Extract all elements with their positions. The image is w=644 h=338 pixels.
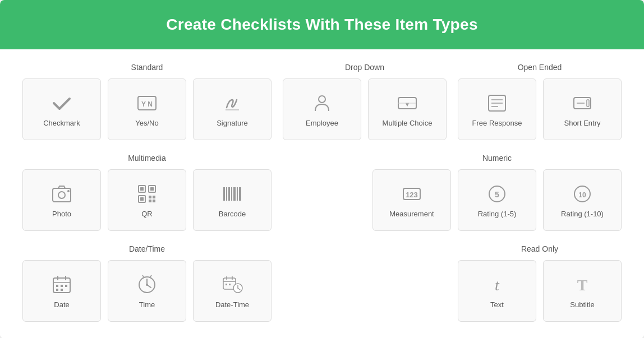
header: Create Checklists With These Item Types (0, 0, 644, 49)
text-icon: t (486, 274, 508, 296)
svg-rect-33 (239, 187, 241, 201)
svg-rect-20 (150, 187, 154, 191)
svg-text:▼: ▼ (404, 101, 411, 108)
section-datetime: Date/Time (22, 244, 272, 322)
svg-text:Y N: Y N (141, 100, 153, 108)
svg-rect-31 (233, 187, 236, 201)
item-checkmark-label: Checkmark (43, 119, 80, 127)
item-time-label: Time (139, 300, 155, 309)
svg-point-3 (319, 96, 325, 103)
subtitle-icon: T (571, 274, 594, 296)
freeresponse-icon (486, 92, 508, 114)
rating5-icon: 5 (486, 183, 508, 205)
svg-point-52 (146, 284, 148, 286)
item-yesno[interactable]: Y N Yes/No (108, 78, 186, 140)
item-qr[interactable]: QR (108, 169, 186, 231)
item-text[interactable]: t Text (458, 260, 536, 322)
item-employee-label: Employee (306, 119, 338, 127)
svg-rect-45 (61, 285, 63, 287)
svg-rect-22 (140, 197, 144, 201)
svg-rect-62 (226, 284, 227, 285)
svg-line-53 (142, 275, 144, 277)
datetime-items-row: Date Time (22, 260, 272, 322)
item-checkmark[interactable]: Checkmark (22, 78, 101, 140)
svg-rect-28 (226, 187, 227, 201)
svg-rect-24 (153, 196, 155, 198)
section-numeric-label: Numeric (482, 154, 512, 163)
item-signature[interactable]: Signature (193, 78, 272, 140)
item-measurement[interactable]: 123 Measurement (372, 169, 451, 231)
section-standard-label: Standard (131, 63, 163, 72)
item-date[interactable]: Date (22, 260, 101, 322)
item-subtitle-label: Subtitle (570, 300, 594, 309)
svg-rect-30 (231, 187, 232, 201)
item-photo-label: Photo (52, 210, 71, 218)
item-shortentry[interactable]: Short Entry (543, 78, 622, 140)
readonly-items-row: t Text T Subtitle (458, 260, 622, 322)
svg-rect-32 (237, 187, 238, 201)
barcode-icon (221, 183, 243, 205)
section-openended: Open Ended Free Response (458, 63, 622, 140)
page-wrapper: Create Checklists With These Item Types … (0, 0, 644, 338)
numeric-items-row: 123 Measurement 5 Rating (1-5) (372, 169, 622, 231)
item-multiplechoice[interactable]: ▼ Multiple Choice (368, 78, 447, 140)
item-photo[interactable]: Photo (22, 169, 101, 231)
item-multiplechoice-label: Multiple Choice (383, 119, 433, 127)
item-subtitle[interactable]: T Subtitle (543, 260, 622, 322)
svg-text:T: T (577, 276, 588, 294)
multimedia-items-row: Photo (22, 169, 272, 231)
section-dropdown: Drop Down Employee ▼ (283, 63, 447, 140)
svg-rect-47 (56, 289, 58, 291)
section-openended-label: Open Ended (518, 63, 562, 72)
svg-text:5: 5 (495, 190, 499, 199)
item-measurement-label: Measurement (389, 210, 434, 218)
time-icon (136, 274, 158, 296)
rating10-icon: 10 (571, 183, 594, 205)
signature-icon (221, 92, 243, 114)
item-date-label: Date (54, 300, 69, 309)
svg-point-15 (58, 192, 65, 198)
section-readonly-label: Read Only (521, 244, 558, 253)
item-freeresponse[interactable]: Free Response (458, 78, 536, 140)
section-multimedia: Multimedia Photo (22, 154, 272, 231)
svg-rect-63 (229, 284, 231, 285)
section-dropdown-label: Drop Down (345, 63, 384, 72)
item-datetime-label: Date-Time (215, 300, 249, 309)
svg-rect-23 (149, 196, 151, 198)
svg-rect-18 (140, 187, 144, 191)
checkmark-icon (50, 92, 73, 114)
svg-rect-13 (587, 100, 589, 107)
item-employee[interactable]: Employee (283, 78, 361, 140)
photo-icon (50, 183, 73, 205)
svg-line-54 (150, 275, 151, 277)
svg-rect-46 (65, 285, 67, 287)
item-shortentry-label: Short Entry (564, 119, 600, 127)
section-readonly: Read Only t Text T Subtitle (458, 244, 622, 322)
content: Standard Checkmark Y N Yes/No (0, 49, 644, 338)
item-rating5-label: Rating (1-5) (478, 210, 517, 218)
item-rating10-label: Rating (1-10) (561, 210, 604, 218)
item-yesno-label: Yes/No (135, 119, 158, 127)
qr-icon (136, 183, 158, 205)
item-freeresponse-label: Free Response (472, 119, 522, 127)
section-numeric: Numeric 123 Measurement 5 (372, 154, 622, 231)
item-barcode-label: Barcode (219, 210, 246, 218)
item-signature-label: Signature (217, 119, 248, 127)
svg-rect-29 (228, 187, 230, 201)
yesno-icon: Y N (136, 92, 158, 114)
standard-items-row: Checkmark Y N Yes/No (22, 78, 272, 140)
measurement-icon: 123 (401, 183, 423, 205)
item-barcode[interactable]: Barcode (193, 169, 272, 231)
item-rating10[interactable]: 10 Rating (1-10) (543, 169, 622, 231)
item-time[interactable]: Time (108, 260, 186, 322)
section-multimedia-label: Multimedia (128, 154, 166, 163)
section-datetime-label: Date/Time (129, 244, 165, 253)
dropdown-items-row: Employee ▼ Multiple Choice (283, 78, 447, 140)
item-rating5[interactable]: 5 Rating (1-5) (458, 169, 536, 231)
item-datetime[interactable]: Date-Time (193, 260, 272, 322)
svg-rect-27 (223, 187, 225, 201)
datetime-icon (221, 274, 243, 296)
item-text-label: Text (490, 300, 504, 309)
page-title: Create Checklists With These Item Types (11, 16, 633, 34)
svg-point-16 (67, 190, 70, 192)
